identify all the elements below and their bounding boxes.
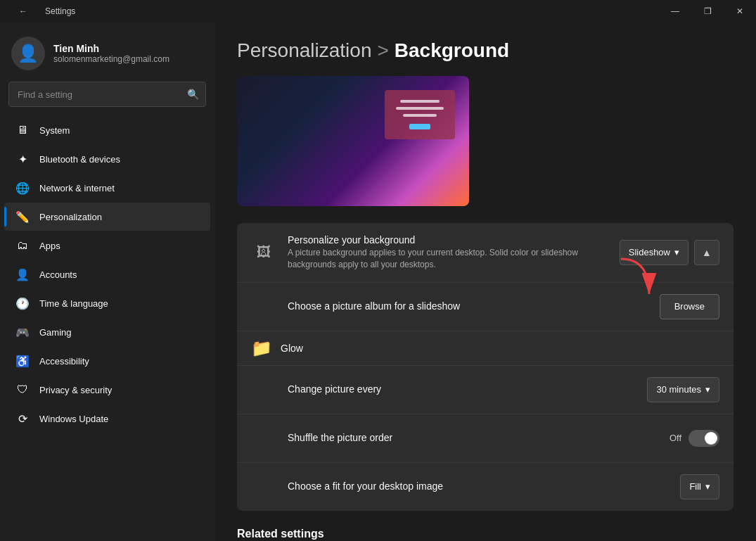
nav-label-personalization: Personalization: [39, 212, 102, 222]
nav-label-network: Network & internet: [39, 183, 115, 193]
shuffle-text: Shuffle the picture order: [288, 432, 658, 445]
desktop-preview: [237, 76, 469, 206]
folder-row: 📁 Glow: [237, 331, 733, 366]
change-picture-label: Change picture every: [288, 383, 636, 395]
nav-label-apps: Apps: [39, 241, 60, 251]
nav-icon-system: 🖥: [15, 123, 30, 137]
nav-icon-time: 🕐: [15, 296, 30, 310]
album-icon: [251, 294, 276, 319]
avatar-icon: 👤: [18, 44, 39, 63]
browse-button[interactable]: Browse: [660, 294, 719, 319]
album-label: Choose a picture album for a slideshow: [288, 300, 648, 312]
window-controls: — ❐ ✕: [659, 0, 756, 23]
nav-label-windows-update: Windows Update: [39, 414, 108, 424]
nav-label-accessibility: Accessibility: [39, 356, 89, 367]
change-picture-icon: [251, 377, 276, 402]
fit-control: Fill ▾: [680, 474, 719, 499]
breadcrumb-separator: >: [377, 39, 388, 62]
nav-icon-accessibility: ♿: [15, 354, 30, 368]
background-type-dropdown[interactable]: Slideshow ▾: [620, 240, 688, 265]
breadcrumb-current: Background: [395, 39, 509, 62]
change-picture-text: Change picture every: [288, 383, 636, 396]
shuffle-toggle-label: Off: [669, 433, 681, 443]
user-name: Tien Minh: [53, 43, 169, 54]
related-settings-title: Related settings: [237, 528, 733, 540]
fit-text: Choose a fit for your desktop image: [288, 480, 669, 493]
maximize-button[interactable]: ❐: [691, 0, 724, 23]
nav-label-system: System: [39, 125, 70, 136]
background-desc: A picture background applies to your cur…: [288, 247, 608, 271]
nav-label-accounts: Accounts: [39, 269, 77, 280]
nav-label-privacy: Privacy & security: [39, 385, 112, 395]
album-control: Browse: [660, 294, 719, 319]
search-container: 🔍: [8, 82, 206, 107]
main-layout: 👤 Tien Minh solomenmarketing@gmail.com 🔍…: [0, 23, 756, 541]
sidebar-item-apps[interactable]: 🗂Apps: [4, 231, 210, 260]
shuffle-toggle[interactable]: [688, 430, 719, 447]
sidebar: 👤 Tien Minh solomenmarketing@gmail.com 🔍…: [0, 23, 214, 541]
mockup-button: [409, 124, 430, 129]
shuffle-control: Off: [669, 430, 719, 447]
nav-icon-windows-update: ⟳: [15, 412, 30, 426]
app-title: Settings: [45, 6, 75, 16]
background-title: Personalize your background: [288, 234, 608, 246]
folder-icon: 📁: [251, 338, 272, 358]
sidebar-item-network[interactable]: 🌐Network & internet: [4, 174, 210, 202]
nav-icon-accounts: 👤: [15, 267, 30, 281]
user-profile[interactable]: 👤 Tien Minh solomenmarketing@gmail.com: [0, 23, 214, 82]
sidebar-item-gaming[interactable]: 🎮Gaming: [4, 318, 210, 346]
change-picture-row: Change picture every 30 minutes ▾: [237, 366, 733, 414]
sidebar-item-windows-update[interactable]: ⟳Windows Update: [4, 405, 210, 433]
background-icon: 🖼: [251, 240, 276, 265]
sidebar-item-system[interactable]: 🖥System: [4, 116, 210, 144]
background-control: Slideshow ▾ ▲: [620, 240, 719, 265]
sidebar-item-accounts[interactable]: 👤Accounts: [4, 260, 210, 288]
avatar: 👤: [11, 37, 45, 70]
search-input[interactable]: [8, 82, 206, 107]
nav-label-time: Time & language: [39, 298, 108, 309]
nav-icon-apps: 🗂: [15, 238, 30, 253]
titlebar-left: ← Settings: [7, 0, 75, 23]
user-email: solomenmarketing@gmail.com: [53, 54, 169, 64]
background-text: Personalize your background A picture ba…: [288, 234, 608, 271]
nav-label-gaming: Gaming: [39, 327, 72, 338]
back-button[interactable]: ←: [7, 0, 39, 23]
fit-dropdown[interactable]: Fill ▾: [680, 474, 719, 499]
shuffle-icon: [251, 426, 276, 451]
folder-name: Glow: [281, 343, 303, 354]
sidebar-item-privacy[interactable]: 🛡Privacy & security: [4, 376, 210, 404]
fit-icon: [251, 474, 276, 499]
mockup-line-1: [400, 100, 440, 103]
close-button[interactable]: ✕: [724, 0, 756, 23]
change-picture-dropdown[interactable]: 30 minutes ▾: [647, 377, 719, 402]
breadcrumb: Personalization > Background: [237, 39, 733, 62]
background-setting-row: 🖼 Personalize your background A picture …: [237, 223, 733, 283]
sidebar-item-accessibility[interactable]: ♿Accessibility: [4, 347, 210, 375]
titlebar: ← Settings — ❐ ✕: [0, 0, 756, 23]
content-area: Personalization > Background 🖼 Personali…: [214, 23, 756, 541]
sidebar-item-personalization[interactable]: ✏️Personalization: [4, 203, 210, 231]
shuffle-row: Shuffle the picture order Off: [237, 414, 733, 463]
nav-icon-network: 🌐: [15, 181, 30, 195]
nav-icon-bluetooth: ✦: [15, 152, 30, 166]
album-text: Choose a picture album for a slideshow: [288, 300, 648, 313]
minimize-button[interactable]: —: [659, 0, 691, 23]
nav-icon-gaming: 🎮: [15, 325, 30, 339]
fit-label: Choose a fit for your desktop image: [288, 480, 669, 492]
sidebar-item-bluetooth[interactable]: ✦Bluetooth & devices: [4, 145, 210, 173]
toggle-knob: [705, 432, 717, 445]
change-picture-control: 30 minutes ▾: [647, 377, 719, 402]
nav-icon-personalization: ✏️: [15, 210, 30, 224]
settings-card: 🖼 Personalize your background A picture …: [237, 223, 733, 511]
search-icon: 🔍: [187, 89, 199, 100]
nav-label-bluetooth: Bluetooth & devices: [39, 154, 120, 165]
related-settings-section: Related settings ◑ Contrast themes ›: [237, 528, 733, 541]
sidebar-item-time[interactable]: 🕐Time & language: [4, 289, 210, 317]
user-info: Tien Minh solomenmarketing@gmail.com: [53, 43, 169, 64]
mockup-line-3: [403, 114, 437, 117]
nav-icon-privacy: 🛡: [15, 383, 30, 397]
shuffle-label: Shuffle the picture order: [288, 432, 658, 443]
preview-mockup: [385, 90, 455, 139]
expand-section-button[interactable]: ▲: [694, 240, 719, 265]
breadcrumb-parent[interactable]: Personalization: [237, 39, 371, 62]
